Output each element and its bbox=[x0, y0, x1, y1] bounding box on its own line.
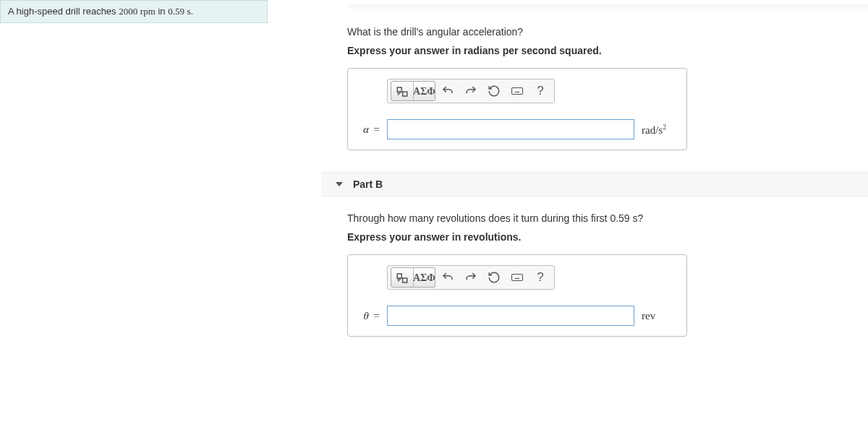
reset-icon[interactable] bbox=[483, 81, 505, 101]
svg-rect-5 bbox=[512, 275, 523, 281]
part-b-answer-box: ΑΣΦ ? θ = bbox=[347, 254, 687, 337]
time-value: 0.59 bbox=[168, 6, 184, 17]
theta-input[interactable] bbox=[387, 306, 634, 326]
formula-toolbar: ΑΣΦ ? bbox=[387, 79, 555, 103]
greek-letters-button[interactable]: ΑΣΦ bbox=[413, 268, 435, 288]
svg-rect-4 bbox=[403, 278, 407, 282]
formula-toolbar: ΑΣΦ ? bbox=[387, 265, 555, 290]
problem-suffix: . bbox=[191, 6, 194, 17]
redo-icon[interactable] bbox=[460, 81, 482, 101]
alpha-label: α = bbox=[357, 124, 380, 136]
part-a-answer-box: ΑΣΦ ? α = bbox=[347, 68, 687, 150]
problem-statement: A high-speed drill reaches 2000 rpm in 0… bbox=[0, 0, 268, 23]
keyboard-icon[interactable] bbox=[506, 81, 528, 101]
svg-rect-2 bbox=[512, 88, 523, 95]
part-b-hint: Express your answer in revolutions. bbox=[347, 231, 868, 243]
template-group: ΑΣΦ bbox=[391, 81, 435, 101]
alpha-units: rad/s2 bbox=[642, 123, 678, 137]
template-group: ΑΣΦ bbox=[391, 267, 435, 288]
problem-prefix: A high-speed drill reaches bbox=[8, 6, 119, 17]
rpm-unit: rpm bbox=[140, 6, 156, 17]
templates-icon[interactable] bbox=[391, 82, 413, 101]
svg-rect-0 bbox=[397, 87, 401, 92]
part-b-question: Through how many revolutions does it tur… bbox=[347, 212, 868, 224]
svg-rect-1 bbox=[403, 92, 407, 96]
undo-icon[interactable] bbox=[437, 81, 459, 101]
help-button[interactable]: ? bbox=[529, 267, 551, 288]
part-a-header-bar bbox=[347, 4, 868, 9]
chevron-down-icon bbox=[336, 182, 343, 186]
alpha-input[interactable] bbox=[387, 119, 634, 139]
svg-rect-3 bbox=[397, 274, 401, 278]
help-button[interactable]: ? bbox=[529, 81, 551, 101]
part-a: What is the drill's angular acceleration… bbox=[347, 4, 868, 150]
templates-icon[interactable] bbox=[391, 268, 413, 288]
redo-icon[interactable] bbox=[460, 267, 482, 288]
part-b: Part B Through how many revolutions does… bbox=[347, 172, 868, 337]
part-b-header[interactable]: Part B bbox=[321, 172, 868, 197]
greek-letters-button[interactable]: ΑΣΦ bbox=[413, 82, 435, 101]
undo-icon[interactable] bbox=[437, 267, 459, 288]
keyboard-icon[interactable] bbox=[506, 267, 528, 288]
part-a-hint: Express your answer in radians per secon… bbox=[347, 45, 868, 56]
part-b-title: Part B bbox=[353, 178, 383, 190]
reset-icon[interactable] bbox=[483, 267, 505, 288]
problem-middle: in bbox=[156, 6, 168, 17]
theta-units: rev bbox=[642, 310, 678, 322]
part-a-question: What is the drill's angular acceleration… bbox=[347, 26, 868, 38]
theta-label: θ = bbox=[357, 310, 380, 322]
rpm-value: 2000 bbox=[119, 6, 137, 17]
